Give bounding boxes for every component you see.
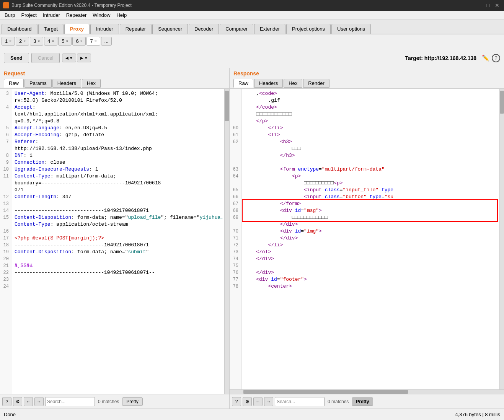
menu-burp[interactable]: Burp (2, 11, 18, 19)
tab-user-options[interactable]: User options (331, 24, 371, 34)
sub-tab-more[interactable]: ... (101, 37, 112, 46)
sub-tab-6[interactable]: 6 × (72, 37, 86, 46)
response-code-content[interactable]: ,<code> .gif </code> □□□□□□□□□□□□ </p> <… (242, 89, 499, 389)
response-fwd-icon[interactable]: → (264, 397, 273, 406)
request-line-numbers: 3 4 5 6 7 8 9 10 11 12 13 14 15 1 (0, 89, 12, 394)
app-icon (3, 2, 9, 8)
response-line-numbers: 60 61 62 63 64 65 66 67 68 69 70 71 72 7… (230, 89, 242, 389)
request-scrollbar[interactable] (224, 89, 229, 394)
tab-project-options[interactable]: Project options (286, 24, 331, 34)
fwd-dropdown-icon: ▼ (84, 56, 88, 60)
title-text: Burp Suite Community Edition v2020.4 - T… (11, 3, 473, 8)
response-settings-icon[interactable]: ⚙ (243, 397, 252, 406)
sub-tab-bar: 1 × 2 × 3 × 4 × 5 × 6 × 7 × ... (0, 34, 504, 48)
menu-project[interactable]: Project (18, 11, 39, 19)
response-tabs: Raw Headers Hex Render (233, 79, 500, 88)
sub-tab-1[interactable]: 1 × (2, 37, 15, 46)
request-search-input[interactable] (45, 397, 95, 406)
response-code-area[interactable]: 60 61 62 63 64 65 66 67 68 69 70 71 72 7… (230, 89, 504, 389)
request-footer: ? ⚙ ← → 0 matches Pretty (0, 394, 229, 409)
request-code-content[interactable]: User-Agent: Mozilla/5.0 (Windows NT 10.0… (12, 89, 224, 394)
sub-tab-3[interactable]: 3 × (30, 37, 43, 46)
response-tab-render[interactable]: Render (303, 79, 329, 88)
fwd-arrow-icon: ▶ (80, 56, 83, 60)
statusbar: Done 4,376 bytes | 8 millis (0, 409, 504, 420)
minimize-button[interactable]: — (475, 2, 483, 9)
tab-sequencer[interactable]: Sequencer (152, 24, 188, 34)
tab-proxy[interactable]: Proxy (64, 24, 90, 34)
titlebar: Burp Suite Community Edition v2020.4 - T… (0, 0, 504, 11)
response-tab-headers[interactable]: Headers (254, 79, 283, 88)
nav-back-button[interactable]: ◀ ▼ (62, 54, 76, 62)
target-label: Target: http://192.168.42.138 (405, 55, 476, 61)
tab-target[interactable]: Target (38, 24, 64, 34)
toolbar: Send Cancel ◀ ▼ ▶ ▼ Target: http://192.1… (0, 48, 504, 68)
request-panel-header: Request Raw Params Headers Hex (0, 68, 229, 89)
response-footer: ? ⚙ ← → 0 matches Pretty (230, 394, 504, 409)
response-scrollbar-v[interactable] (499, 89, 504, 389)
request-help-icon[interactable]: ? (2, 397, 11, 406)
help-icon[interactable]: ? (492, 54, 500, 62)
request-title: Request (4, 70, 225, 77)
request-fwd-icon[interactable]: → (34, 397, 44, 406)
request-tab-headers[interactable]: Headers (52, 79, 81, 88)
tab-dashboard[interactable]: Dashboard (2, 24, 38, 34)
response-back-icon[interactable]: ← (253, 397, 263, 406)
response-pretty-button[interactable]: Pretty (352, 397, 373, 406)
request-back-icon[interactable]: ← (24, 397, 33, 406)
request-tab-params[interactable]: Params (24, 79, 52, 88)
close-button[interactable]: ✕ (493, 2, 501, 9)
request-tab-hex[interactable]: Hex (82, 79, 101, 88)
cancel-button[interactable]: Cancel (31, 53, 60, 63)
request-pretty-button[interactable]: Pretty (122, 397, 142, 406)
status-right: 4,376 bytes | 8 millis (455, 412, 500, 417)
sub-tab-5[interactable]: 5 × (58, 37, 72, 46)
tab-repeater[interactable]: Repeater (120, 24, 152, 34)
sub-tab-4[interactable]: 4 × (44, 37, 57, 46)
menu-repeater[interactable]: Repeater (63, 11, 90, 19)
request-code-area[interactable]: 3 4 5 6 7 8 9 10 11 12 13 14 15 1 (0, 89, 229, 394)
response-panel-header: Response Raw Headers Hex Render (230, 68, 504, 89)
response-search-input[interactable] (275, 397, 325, 406)
back-dropdown-icon: ▼ (69, 56, 73, 60)
main-content: Request Raw Params Headers Hex 3 4 5 6 7… (0, 68, 504, 409)
response-scrollbar-h[interactable] (230, 389, 504, 394)
menu-window[interactable]: Window (90, 11, 113, 19)
maximize-button[interactable]: □ (484, 2, 492, 9)
response-panel: Response Raw Headers Hex Render 60 61 62 (230, 68, 504, 409)
send-button[interactable]: Send (4, 53, 29, 63)
sub-tab-2[interactable]: 2 × (16, 37, 29, 46)
tab-intruder[interactable]: Intruder (90, 24, 119, 34)
tab-extender[interactable]: Extender (254, 24, 285, 34)
sub-tab-7[interactable]: 7 × (86, 37, 100, 46)
menubar: Burp Project Intruder Repeater Window He… (0, 11, 504, 20)
response-title: Response (233, 70, 500, 77)
response-tab-raw[interactable]: Raw (233, 79, 253, 88)
nav-fwd-button[interactable]: ▶ ▼ (77, 54, 91, 62)
menu-help[interactable]: Help (113, 11, 130, 19)
request-tabs: Raw Params Headers Hex (4, 79, 225, 88)
response-help-icon[interactable]: ? (232, 397, 241, 406)
response-tab-hex[interactable]: Hex (284, 79, 302, 88)
request-settings-icon[interactable]: ⚙ (13, 397, 22, 406)
status-left: Done (4, 412, 16, 417)
request-panel: Request Raw Params Headers Hex 3 4 5 6 7… (0, 68, 230, 409)
request-matches: 0 matches (98, 399, 119, 404)
edit-target-icon[interactable]: ✏️ (482, 54, 489, 62)
request-tab-raw[interactable]: Raw (4, 79, 24, 88)
back-arrow-icon: ◀ (65, 56, 69, 60)
tab-decoder[interactable]: Decoder (189, 24, 219, 34)
main-tab-bar: Dashboard Target Proxy Intruder Repeater… (0, 20, 504, 34)
menu-intruder[interactable]: Intruder (40, 11, 63, 19)
tab-comparer[interactable]: Comparer (220, 24, 253, 34)
response-matches: 0 matches (328, 399, 349, 404)
